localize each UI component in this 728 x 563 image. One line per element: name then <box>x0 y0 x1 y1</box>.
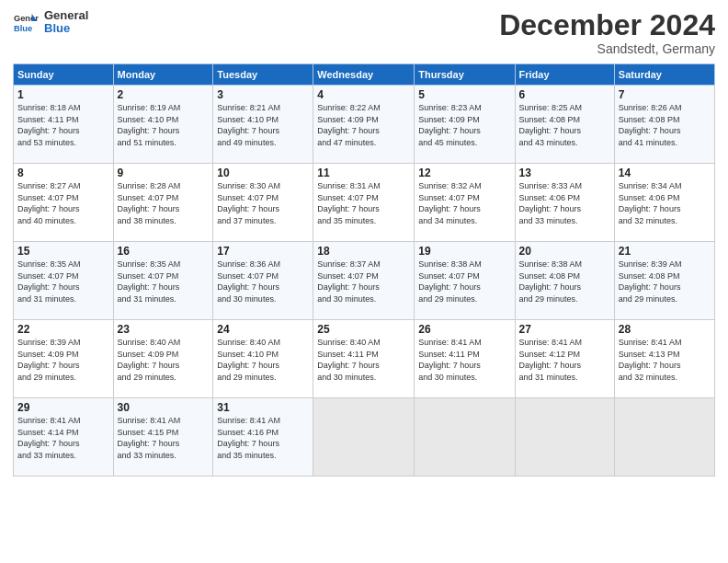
day-info: Sunrise: 8:26 AM Sunset: 4:08 PM Dayligh… <box>619 102 711 148</box>
calendar-day-cell: 12 Sunrise: 8:32 AM Sunset: 4:07 PM Dayl… <box>415 164 515 242</box>
day-number: 26 <box>418 323 510 336</box>
day-number: 27 <box>519 323 610 336</box>
day-info: Sunrise: 8:38 AM Sunset: 4:08 PM Dayligh… <box>519 259 610 304</box>
calendar-day-cell: 4 Sunrise: 8:22 AM Sunset: 4:09 PM Dayli… <box>313 86 415 164</box>
day-number: 13 <box>519 167 610 179</box>
day-number: 16 <box>118 245 210 258</box>
day-info: Sunrise: 8:39 AM Sunset: 4:09 PM Dayligh… <box>17 337 109 383</box>
day-info: Sunrise: 8:41 AM Sunset: 4:11 PM Dayligh… <box>418 337 510 383</box>
day-number: 2 <box>118 88 210 101</box>
day-number: 23 <box>118 323 210 336</box>
day-number: 14 <box>619 167 711 179</box>
day-number: 9 <box>118 167 210 179</box>
day-number: 5 <box>418 88 510 101</box>
day-number: 10 <box>217 167 309 179</box>
header-wednesday: Wednesday <box>313 64 415 86</box>
day-info: Sunrise: 8:40 AM Sunset: 4:09 PM Dayligh… <box>118 337 210 383</box>
day-info: Sunrise: 8:31 AM Sunset: 4:07 PM Dayligh… <box>317 180 410 226</box>
day-info: Sunrise: 8:25 AM Sunset: 4:08 PM Dayligh… <box>519 102 610 148</box>
calendar-day-cell: 24 Sunrise: 8:40 AM Sunset: 4:10 PM Dayl… <box>213 320 313 398</box>
calendar-day-cell: 31 Sunrise: 8:41 AM Sunset: 4:16 PM Dayl… <box>213 398 313 477</box>
calendar-day-cell: 3 Sunrise: 8:21 AM Sunset: 4:10 PM Dayli… <box>213 86 313 164</box>
calendar-day-cell: 23 Sunrise: 8:40 AM Sunset: 4:09 PM Dayl… <box>113 320 213 398</box>
calendar-week-row: 29 Sunrise: 8:41 AM Sunset: 4:14 PM Dayl… <box>14 398 715 477</box>
day-info: Sunrise: 8:22 AM Sunset: 4:09 PM Dayligh… <box>317 102 410 148</box>
calendar-day-cell: 5 Sunrise: 8:23 AM Sunset: 4:09 PM Dayli… <box>415 86 515 164</box>
calendar-day-cell: 28 Sunrise: 8:41 AM Sunset: 4:13 PM Dayl… <box>614 320 714 398</box>
day-info: Sunrise: 8:34 AM Sunset: 4:06 PM Dayligh… <box>619 180 711 226</box>
calendar-day-cell: 6 Sunrise: 8:25 AM Sunset: 4:08 PM Dayli… <box>515 86 614 164</box>
calendar-day-cell: 25 Sunrise: 8:40 AM Sunset: 4:11 PM Dayl… <box>313 320 415 398</box>
calendar-day-cell: 14 Sunrise: 8:34 AM Sunset: 4:06 PM Dayl… <box>614 164 714 242</box>
day-number: 19 <box>418 245 510 258</box>
subtitle: Sandstedt, Germany <box>499 41 715 56</box>
calendar-day-cell: 10 Sunrise: 8:30 AM Sunset: 4:07 PM Dayl… <box>213 164 313 242</box>
calendar-page: General Blue General Blue December 2024 … <box>0 0 728 563</box>
calendar-day-cell: 7 Sunrise: 8:26 AM Sunset: 4:08 PM Dayli… <box>614 86 714 164</box>
day-info: Sunrise: 8:41 AM Sunset: 4:14 PM Dayligh… <box>17 415 109 461</box>
calendar-day-cell: 1 Sunrise: 8:18 AM Sunset: 4:11 PM Dayli… <box>14 86 114 164</box>
calendar-day-cell <box>614 398 714 477</box>
day-info: Sunrise: 8:38 AM Sunset: 4:07 PM Dayligh… <box>418 259 510 304</box>
day-number: 11 <box>317 167 410 179</box>
day-number: 4 <box>317 88 410 101</box>
day-info: Sunrise: 8:41 AM Sunset: 4:13 PM Dayligh… <box>619 337 711 383</box>
calendar-day-cell: 8 Sunrise: 8:27 AM Sunset: 4:07 PM Dayli… <box>14 164 114 242</box>
calendar-day-cell: 20 Sunrise: 8:38 AM Sunset: 4:08 PM Dayl… <box>515 242 614 320</box>
day-info: Sunrise: 8:18 AM Sunset: 4:11 PM Dayligh… <box>17 102 109 148</box>
logo-blue-text: Blue <box>44 22 88 35</box>
day-number: 30 <box>118 401 210 414</box>
day-number: 20 <box>519 245 610 258</box>
logo-icon: General Blue <box>13 9 39 35</box>
calendar-day-cell <box>313 398 415 477</box>
day-info: Sunrise: 8:33 AM Sunset: 4:06 PM Dayligh… <box>519 180 610 226</box>
day-info: Sunrise: 8:27 AM Sunset: 4:07 PM Dayligh… <box>17 180 109 226</box>
calendar-body: 1 Sunrise: 8:18 AM Sunset: 4:11 PM Dayli… <box>14 86 715 477</box>
logo-general-text: General <box>44 9 88 22</box>
header-friday: Friday <box>515 64 614 86</box>
title-block: December 2024 Sandstedt, Germany <box>499 9 715 56</box>
day-info: Sunrise: 8:36 AM Sunset: 4:07 PM Dayligh… <box>217 259 309 304</box>
calendar-day-cell: 26 Sunrise: 8:41 AM Sunset: 4:11 PM Dayl… <box>415 320 515 398</box>
day-info: Sunrise: 8:41 AM Sunset: 4:16 PM Dayligh… <box>217 415 309 461</box>
calendar-week-row: 22 Sunrise: 8:39 AM Sunset: 4:09 PM Dayl… <box>14 320 715 398</box>
header-tuesday: Tuesday <box>213 64 313 86</box>
day-number: 1 <box>17 88 109 101</box>
day-number: 22 <box>17 323 109 336</box>
calendar-day-cell: 11 Sunrise: 8:31 AM Sunset: 4:07 PM Dayl… <box>313 164 415 242</box>
calendar-day-cell: 2 Sunrise: 8:19 AM Sunset: 4:10 PM Dayli… <box>113 86 213 164</box>
calendar-day-cell: 21 Sunrise: 8:39 AM Sunset: 4:08 PM Dayl… <box>614 242 714 320</box>
day-info: Sunrise: 8:41 AM Sunset: 4:12 PM Dayligh… <box>519 337 610 383</box>
calendar-day-cell: 13 Sunrise: 8:33 AM Sunset: 4:06 PM Dayl… <box>515 164 614 242</box>
main-title: December 2024 <box>499 9 715 41</box>
day-number: 3 <box>217 88 309 101</box>
day-number: 17 <box>217 245 309 258</box>
day-number: 31 <box>217 401 309 414</box>
calendar-day-cell <box>415 398 515 477</box>
calendar-day-cell: 18 Sunrise: 8:37 AM Sunset: 4:07 PM Dayl… <box>313 242 415 320</box>
header: General Blue General Blue December 2024 … <box>13 9 715 56</box>
logo: General Blue General Blue <box>13 9 88 36</box>
day-info: Sunrise: 8:28 AM Sunset: 4:07 PM Dayligh… <box>118 180 210 226</box>
header-thursday: Thursday <box>415 64 515 86</box>
day-info: Sunrise: 8:32 AM Sunset: 4:07 PM Dayligh… <box>418 180 510 226</box>
day-number: 18 <box>317 245 410 258</box>
calendar-day-cell: 19 Sunrise: 8:38 AM Sunset: 4:07 PM Dayl… <box>415 242 515 320</box>
day-number: 24 <box>217 323 309 336</box>
calendar-day-cell: 29 Sunrise: 8:41 AM Sunset: 4:14 PM Dayl… <box>14 398 114 477</box>
day-info: Sunrise: 8:35 AM Sunset: 4:07 PM Dayligh… <box>17 259 109 304</box>
svg-text:Blue: Blue <box>14 25 32 34</box>
calendar-day-cell: 9 Sunrise: 8:28 AM Sunset: 4:07 PM Dayli… <box>113 164 213 242</box>
day-info: Sunrise: 8:35 AM Sunset: 4:07 PM Dayligh… <box>118 259 210 304</box>
calendar-header: Sunday Monday Tuesday Wednesday Thursday… <box>14 64 715 86</box>
day-info: Sunrise: 8:41 AM Sunset: 4:15 PM Dayligh… <box>118 415 210 461</box>
day-number: 8 <box>17 167 109 179</box>
calendar-table: Sunday Monday Tuesday Wednesday Thursday… <box>13 63 715 477</box>
day-info: Sunrise: 8:40 AM Sunset: 4:11 PM Dayligh… <box>317 337 410 383</box>
day-number: 21 <box>619 245 711 258</box>
day-number: 6 <box>519 88 610 101</box>
day-info: Sunrise: 8:21 AM Sunset: 4:10 PM Dayligh… <box>217 102 309 148</box>
day-number: 12 <box>418 167 510 179</box>
calendar-day-cell: 16 Sunrise: 8:35 AM Sunset: 4:07 PM Dayl… <box>113 242 213 320</box>
day-number: 15 <box>17 245 109 258</box>
